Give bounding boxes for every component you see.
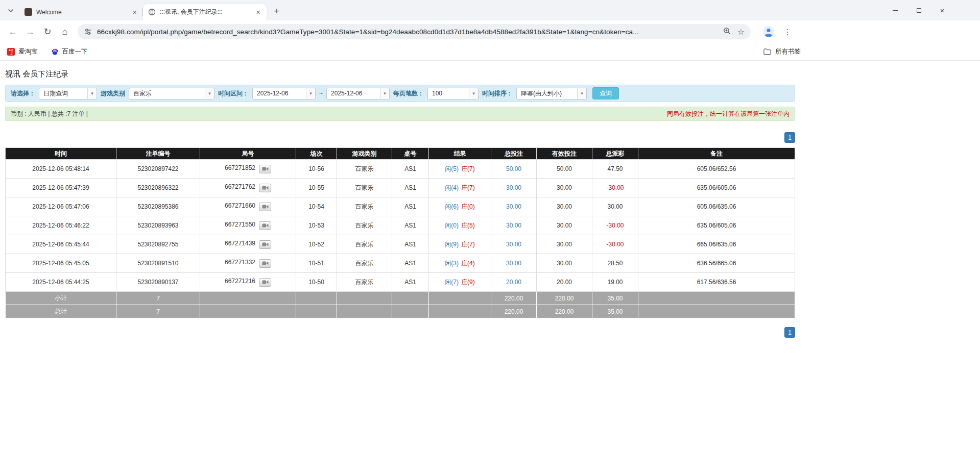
video-replay-button[interactable]	[259, 259, 271, 268]
session-cell: 10-51	[296, 254, 337, 273]
summary-text: 币别 : 人民币 | 总共 :7 注单 |	[11, 110, 88, 118]
valid-bet-cell: 20.00	[537, 273, 592, 292]
player-result: 闲(0)	[445, 222, 459, 229]
maximize-icon	[917, 8, 921, 13]
page-button-1[interactable]: 1	[784, 132, 795, 143]
tab-welcome[interactable]: Welcome ×	[19, 4, 143, 20]
round-id-cell: 667271332	[200, 254, 296, 273]
bet-row: 2025-12-06 05:47:06 523020895386 6672716…	[6, 197, 795, 216]
date-to-select[interactable]: 2025-12-06 ▾	[326, 88, 390, 99]
omnibox-actions: ☆	[723, 27, 745, 37]
total-bet-link[interactable]: 30.00	[491, 179, 537, 197]
address-bar[interactable]: 66cxkj98.com/ipl/portal.php/game/betreco…	[78, 24, 751, 39]
total-bet-link[interactable]: 30.00	[491, 235, 537, 254]
game-type-cell: 百家乐	[337, 254, 392, 273]
game-type-cell: 百家乐	[337, 273, 392, 292]
payout-cell: 47.50	[592, 160, 638, 179]
subtotal-payout: 35.00	[592, 292, 638, 305]
home-button[interactable]: ⌂	[56, 23, 74, 40]
zoom-icon[interactable]	[723, 27, 731, 37]
bet-row: 2025-12-06 05:48:14 523020897422 6672718…	[6, 160, 795, 179]
valid-bet-cell: 30.00	[537, 179, 592, 197]
page-size-select[interactable]: 100 ▾	[427, 88, 479, 99]
round-id-value: 667271332	[225, 259, 255, 266]
video-replay-button[interactable]	[259, 184, 271, 192]
pagination-top: 1	[5, 132, 795, 143]
web-page: 视讯 会员下注纪录 请选择： 日期查询 ▾ 游戏类别 百家乐 ▾ 时间区间： 2…	[0, 61, 980, 338]
tab-betrecord[interactable]: :::视讯, 会员下注纪录::: ×	[143, 4, 267, 20]
bet-record-table: 时间注单编号局号场次游戏类别桌号结果总投注有效投注总派彩备注 2025-12-0…	[5, 147, 795, 318]
profile-avatar[interactable]	[762, 25, 775, 38]
camera-icon	[262, 204, 269, 209]
refresh-button[interactable]: ↻	[39, 23, 56, 40]
result-cell: 闲(5)庄(7)	[429, 160, 491, 179]
video-replay-button[interactable]	[259, 203, 271, 211]
valid-bet-cell: 30.00	[537, 197, 592, 216]
tab-close-icon[interactable]: ×	[130, 8, 139, 16]
game-type-cell: 百家乐	[337, 179, 392, 197]
total-bet-link[interactable]: 30.00	[491, 197, 537, 216]
page-button-1[interactable]: 1	[784, 327, 795, 338]
new-tab-button[interactable]: +	[270, 4, 283, 18]
bookmark-aitaobao[interactable]: 爱淘宝	[7, 47, 38, 56]
grand-total-row: 总计 7 220.00 220.00 35.00	[6, 305, 795, 318]
session-cell: 10-56	[296, 160, 337, 179]
table-number-cell: AS1	[392, 254, 429, 273]
date-from-select[interactable]: 2025-12-06 ▾	[252, 88, 316, 99]
session-cell: 10-52	[296, 235, 337, 254]
video-replay-button[interactable]	[259, 221, 271, 230]
player-result: 闲(6)	[445, 203, 459, 210]
camera-icon	[262, 166, 269, 171]
grand-total-label: 总计	[6, 305, 116, 318]
globe-favicon-icon	[148, 8, 156, 16]
bookmark-star-icon[interactable]: ☆	[737, 27, 745, 37]
video-replay-button[interactable]	[259, 278, 271, 287]
total-bet-link[interactable]: 20.00	[491, 273, 537, 292]
column-header: 场次	[296, 148, 337, 160]
tab-search-button[interactable]	[4, 4, 17, 17]
sort-order-select[interactable]: 降幂(由大到小) ▾	[516, 88, 587, 99]
tab-close-icon[interactable]: ×	[254, 8, 262, 16]
browser-menu-button[interactable]: ⋮	[781, 26, 794, 38]
table-number-cell: AS1	[392, 235, 429, 254]
chevron-down-icon: ▾	[380, 88, 389, 99]
search-button[interactable]: 查询	[592, 87, 619, 99]
table-header-row: 时间注单编号局号场次游戏类别桌号结果总投注有效投注总派彩备注	[6, 148, 795, 160]
bet-time-cell: 2025-12-06 05:47:06	[6, 197, 116, 216]
bet-row: 2025-12-06 05:46:22 523020893963 6672715…	[6, 216, 795, 235]
camera-icon	[262, 261, 269, 266]
back-button[interactable]: ←	[4, 23, 21, 40]
total-bet-link[interactable]: 30.00	[491, 216, 537, 235]
subtotal-row: 小计 7 220.00 220.00 35.00	[6, 292, 795, 305]
minimize-button[interactable]	[883, 0, 907, 20]
bet-time-cell: 2025-12-06 05:46:22	[6, 216, 116, 235]
bookmarks-bar: 爱淘宝 百度一下 所有书签	[0, 43, 980, 61]
maximize-button[interactable]	[907, 0, 930, 20]
all-bookmarks-button[interactable]: 所有书签	[755, 43, 801, 60]
site-settings-icon[interactable]	[84, 28, 92, 36]
chevron-down-icon: ▾	[577, 88, 586, 99]
game-type-select[interactable]: 百家乐 ▾	[129, 88, 214, 99]
video-replay-button[interactable]	[259, 165, 271, 173]
game-type-cell: 百家乐	[337, 235, 392, 254]
total-bet-link[interactable]: 50.00	[491, 160, 537, 179]
player-result: 闲(7)	[445, 279, 459, 286]
video-replay-button[interactable]	[259, 240, 271, 249]
round-id-cell: 667271852	[200, 160, 296, 179]
valid-bet-cell: 30.00	[537, 216, 592, 235]
url-text[interactable]: 66cxkj98.com/ipl/portal.php/game/betreco…	[97, 28, 718, 36]
table-number-cell: AS1	[392, 160, 429, 179]
camera-icon	[262, 223, 269, 228]
round-id-value: 667271439	[225, 240, 255, 247]
total-bet-link[interactable]: 30.00	[491, 254, 537, 273]
date-to-value: 2025-12-06	[327, 90, 366, 97]
query-type-select[interactable]: 日期查询 ▾	[39, 88, 97, 99]
grand-total-total-bet: 220.00	[491, 305, 537, 318]
player-result: 闲(5)	[445, 165, 459, 172]
forward-button[interactable]: →	[21, 23, 39, 40]
banker-result: 庄(7)	[461, 241, 475, 248]
bookmark-baidu[interactable]: 百度一下	[51, 47, 88, 56]
close-window-button[interactable]: ×	[930, 0, 954, 20]
baidu-favicon-icon	[51, 48, 59, 56]
banker-result: 庄(7)	[461, 165, 475, 172]
